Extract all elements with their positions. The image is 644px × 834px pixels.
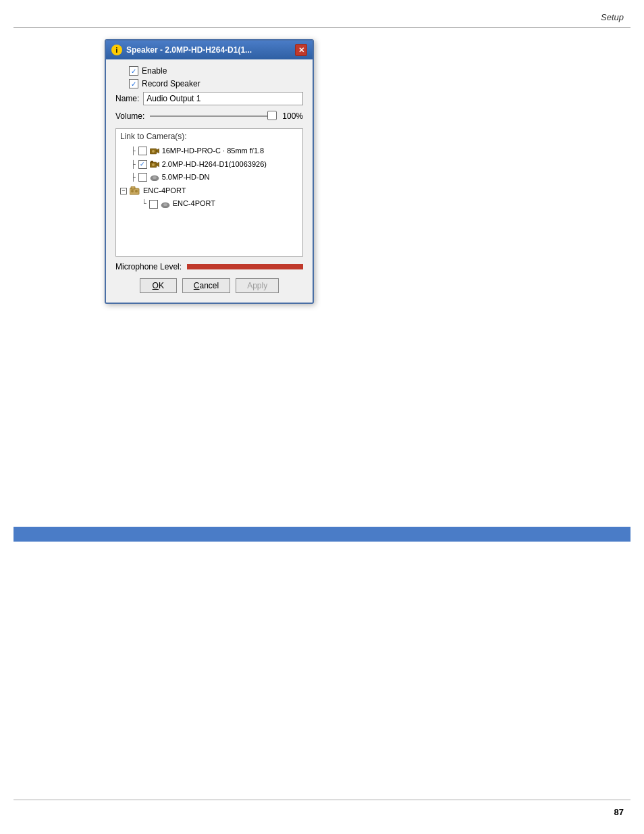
speaker-dialog: i Speaker - 2.0MP-HD-H264-D1(1... ✕ ✓ En… <box>105 39 314 304</box>
camera-name-1: 16MP-HD-PRO-C · 85mm f/1.8 <box>162 145 265 157</box>
enc-sub-name: ENC-4PORT <box>173 198 215 210</box>
record-speaker-row: ✓ Record Speaker <box>115 79 303 88</box>
enc-camera-icon <box>161 201 170 208</box>
svg-rect-6 <box>151 161 153 163</box>
dialog-title-text: Speaker - 2.0MP-HD-H264-D1(1... <box>126 45 252 55</box>
volume-slider-thumb[interactable] <box>267 111 277 120</box>
svg-point-8 <box>153 176 157 179</box>
page-header: Setup <box>601 12 624 22</box>
volume-label: Volume: <box>115 111 144 121</box>
buttons-row: OK Cancel Apply <box>115 278 303 296</box>
blue-highlight-bar <box>14 527 630 542</box>
svg-marker-1 <box>157 149 159 153</box>
enc-group-item: − ENC-4PORT <box>120 185 298 197</box>
enable-label: Enable <box>142 66 167 76</box>
name-label: Name: <box>115 94 139 103</box>
enc-group-name: ENC-4PORT <box>143 185 186 197</box>
camera-tree: ├ 16MP-HD-PRO-C · 85mm f/1.8 ├ ✓ <box>120 145 298 210</box>
dialog-titlebar: i Speaker - 2.0MP-HD-H264-D1(1... ✕ <box>106 41 313 59</box>
volume-percentage: 100% <box>282 111 303 121</box>
apply-button[interactable]: Apply <box>236 278 279 293</box>
tree-connector-1: ├ <box>131 145 136 157</box>
enc-sub-item: └ ENC-4PORT <box>120 198 298 210</box>
dialog-title-icon: i <box>111 45 122 55</box>
tree-connector-3: ├ <box>131 172 136 184</box>
camera-name-3: 5.0MP-HD-DN <box>162 172 210 184</box>
enc-checkbox[interactable] <box>149 200 158 209</box>
mic-level-row: Microphone Level: <box>115 262 303 271</box>
svg-rect-10 <box>131 186 135 189</box>
camera-checkbox-1[interactable] <box>138 147 147 155</box>
svg-point-14 <box>163 203 167 206</box>
enable-row: ✓ Enable <box>115 66 303 76</box>
camera-icon-1 <box>150 147 159 155</box>
camera-icon-3 <box>150 174 159 181</box>
tree-expand-btn[interactable]: − <box>120 188 127 194</box>
camera-item-1: ├ 16MP-HD-PRO-C · 85mm f/1.8 <box>120 145 298 157</box>
ok-underline: O <box>153 281 159 290</box>
camera-checkbox-3[interactable] <box>138 173 147 182</box>
camera-item-3: ├ 5.0MP-HD-DN <box>120 172 298 184</box>
camera-icon-2 <box>150 161 159 168</box>
svg-point-12 <box>135 190 138 192</box>
mic-level-label: Microphone Level: <box>115 262 182 271</box>
tree-connector-5: └ <box>142 198 146 210</box>
cancel-button[interactable]: Cancel <box>182 278 230 293</box>
mic-level-bar <box>187 264 303 269</box>
page-number: 87 <box>614 807 624 817</box>
volume-row: Volume: 100% <box>115 109 303 123</box>
bottom-divider <box>14 800 630 800</box>
svg-marker-4 <box>157 162 159 167</box>
top-divider <box>14 27 630 28</box>
enable-checkbox[interactable]: ✓ <box>129 66 138 76</box>
group-icon <box>130 186 140 195</box>
record-speaker-label: Record Speaker <box>142 79 200 88</box>
close-button[interactable]: ✕ <box>295 44 307 56</box>
volume-slider-track <box>150 115 277 117</box>
svg-point-11 <box>131 190 134 192</box>
dialog-title-left: i Speaker - 2.0MP-HD-H264-D1(1... <box>111 45 252 55</box>
camera-item-2: ├ ✓ 2.0MP-HD-H264-D1(10063926) <box>120 159 298 171</box>
link-cameras-label: Link to Camera(s): <box>120 132 298 141</box>
link-cameras-section: Link to Camera(s): ├ 16MP-HD-PRO-C · 85m… <box>115 128 303 257</box>
dialog-body: ✓ Enable ✓ Record Speaker Name: Volume: … <box>106 59 313 303</box>
apply-label: Apply <box>247 281 267 290</box>
volume-slider-container <box>150 109 277 123</box>
camera-name-2: 2.0MP-HD-H264-D1(10063926) <box>162 159 267 171</box>
tree-connector-2: ├ <box>131 159 136 171</box>
svg-point-5 <box>152 163 155 166</box>
ok-button[interactable]: OK <box>140 278 177 293</box>
svg-point-2 <box>152 150 155 153</box>
name-input[interactable] <box>143 92 303 105</box>
record-speaker-checkbox[interactable]: ✓ <box>129 79 138 88</box>
camera-checkbox-2[interactable]: ✓ <box>138 160 147 169</box>
name-row: Name: <box>115 92 303 105</box>
